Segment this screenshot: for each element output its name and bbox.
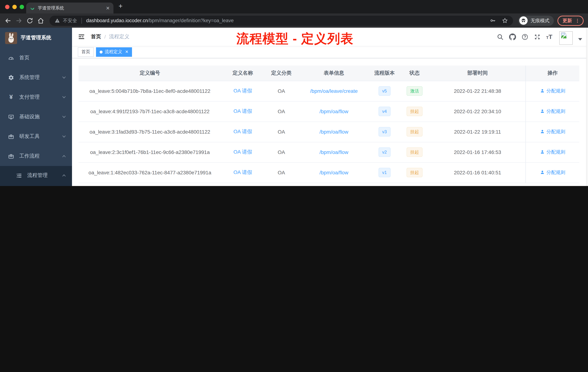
window-scrollbar[interactable] [586,28,588,186]
status-badge: 挂起 [407,168,422,177]
cell-deploy-time: 2022-01-22 21:48:38 [430,81,526,101]
page-content: 定义编号定义名称定义分类表单信息流程版本状态部署时间操作 oa_leave:5:… [72,58,588,186]
assign-rule-button[interactable]: 分配规则 [540,149,565,155]
form-info-link[interactable]: /bpm/oa/flow [319,109,348,114]
column-header: 流程版本 [369,66,399,81]
back-icon[interactable] [4,17,12,24]
cell-status: 挂起 [399,162,430,183]
sidebar-item-payment[interactable]: ¥支付管理 [0,87,72,107]
navbar-actions: TT [497,29,582,44]
breadcrumb-home[interactable]: 首页 [91,33,101,40]
sidebar-item-home[interactable]: 首页 [0,48,72,68]
browser-toolbar: 不安全 dashboard.yudao.iocoder.cn/bpm/manag… [0,13,588,28]
sidebar-item-process-manage[interactable]: 流程管理 [0,166,72,185]
definition-name-link[interactable]: OA 请假 [233,88,252,94]
app-root: 芋道管理系统 首页系统管理¥支付管理基础设施研发工具工作流程流程管理流程表单用户… [0,28,588,186]
tab-close-icon[interactable]: ✕ [106,5,110,11]
forward-icon[interactable] [15,17,22,24]
assign-rule-button[interactable]: 分配规则 [540,88,565,94]
font-size-icon[interactable]: TT [546,34,552,40]
chrome-update-button[interactable]: 更新 [557,15,584,26]
sidebar-collapse-icon[interactable] [78,33,85,40]
definition-table: 定义编号定义名称定义分类表单信息流程版本状态部署时间操作 oa_leave:5:… [79,66,579,183]
window-close-button[interactable] [5,5,10,9]
cell-actions: 分配规则 [526,142,579,162]
version-tag: v4 [378,107,390,116]
definition-name-link[interactable]: OA 请假 [233,129,252,134]
url-text: dashboard.yudao.iocoder.cn/bpm/manager/d… [86,18,484,23]
sidebar-logo[interactable]: 芋道管理系统 [0,28,72,48]
definition-name-link[interactable]: OA 请假 [233,149,252,155]
user-icon [540,150,545,154]
active-tag-dot [100,50,103,53]
sidebar-item-devtools[interactable]: 研发工具 [0,127,72,146]
reload-icon[interactable] [26,17,33,24]
tag-label: 流程定义 [105,49,122,55]
browser-window: 芋道管理系统 ✕ + 不安全 dashboard.yudao.iocoder.c… [0,0,588,186]
github-icon[interactable] [509,33,516,40]
tags-view-tag[interactable]: 首页 [78,47,94,57]
status-badge: 挂起 [407,107,422,116]
table-header-row: 定义编号定义名称定义分类表单信息流程版本状态部署时间操作 [79,66,579,81]
version-tag: v5 [378,86,390,96]
avatar-caret-down-icon[interactable] [578,38,582,41]
cell-definition-id: oa_leave:1:482ec033-762a-11ec-8477-a2380… [79,162,221,183]
window-zoom-button[interactable] [20,5,24,9]
not-secure-label: 不安全 [63,17,77,24]
cell-form-info: /bpm/oa/flow [298,142,369,162]
search-icon[interactable] [497,33,504,40]
bookmark-star-icon[interactable] [502,17,508,24]
new-tab-button[interactable]: + [118,2,123,10]
window-minimize-button[interactable] [12,5,17,9]
column-header: 表单信息 [298,66,369,81]
sidebar-item-process-form[interactable]: 流程表单 [0,185,72,186]
chevron-down-icon [62,134,66,139]
cell-definition-name: OA 请假 [221,101,264,121]
sidebar-item-workflow[interactable]: 工作流程 [0,146,72,166]
cell-status: 挂起 [399,121,430,142]
form-info-link[interactable]: /bpm/oa/flow [319,170,348,175]
cell-version: v4 [369,101,399,121]
definition-name-link[interactable]: OA 请假 [233,108,252,114]
logo-avatar [5,32,17,44]
browser-menu-dots-icon[interactable] [575,18,580,23]
assign-rule-button[interactable]: 分配规则 [540,169,565,176]
definition-name-link[interactable]: OA 请假 [233,169,252,175]
toolbox-icon [8,153,14,159]
status-badge: 挂起 [407,147,422,157]
form-info-link[interactable]: /bpm/oa/flow [319,149,348,155]
sidebar-item-label: 支付管理 [19,94,40,100]
cell-definition-name: OA 请假 [221,121,264,142]
cell-form-info: /bpm/oa/flow [298,121,369,142]
form-info-link[interactable]: /bpm/oa/flow [319,129,348,135]
chevron-down-icon [62,95,66,99]
help-icon[interactable] [521,33,528,40]
browser-tab[interactable]: 芋道管理系统 ✕ [26,2,114,13]
assign-rule-button[interactable]: 分配规则 [540,129,565,135]
column-header: 操作 [526,66,579,81]
sidebar-item-infra[interactable]: 基础设施 [0,107,72,127]
cell-category: OA [264,121,298,142]
cell-definition-name: OA 请假 [221,162,264,183]
cell-definition-id: oa_leave:4:991f2193-7b7f-11ec-a3c8-acde4… [79,101,221,121]
version-tag: v3 [378,127,390,136]
table-row: oa_leave:1:482ec033-762a-11ec-8477-a2380… [79,162,579,183]
tags-view-tag[interactable]: 流程定义✕ [96,47,132,57]
user-avatar[interactable] [559,31,573,44]
fullscreen-icon[interactable] [534,33,541,40]
sidebar-item-system[interactable]: 系统管理 [0,68,72,87]
address-bar[interactable]: 不安全 dashboard.yudao.iocoder.cn/bpm/manag… [50,15,513,26]
form-info-link[interactable]: /bpm/oa/leave/create [310,88,358,94]
browser-tab-strip: 芋道管理系统 ✕ + [0,0,588,13]
incognito-badge: 无痕模式 [518,15,554,26]
table-body: oa_leave:5:004b710b-7b8a-11ec-8ef0-acde4… [79,81,579,183]
home-icon[interactable] [37,17,44,24]
key-icon[interactable] [490,17,496,24]
chevron-down-icon [62,115,66,119]
assign-rule-label: 分配规则 [546,88,565,94]
cell-deploy-time: 2022-01-22 20:34:10 [430,101,526,121]
tag-close-icon[interactable]: ✕ [125,50,128,54]
cell-version: v2 [369,142,399,162]
assign-rule-button[interactable]: 分配规则 [540,108,565,115]
user-icon [540,89,545,93]
